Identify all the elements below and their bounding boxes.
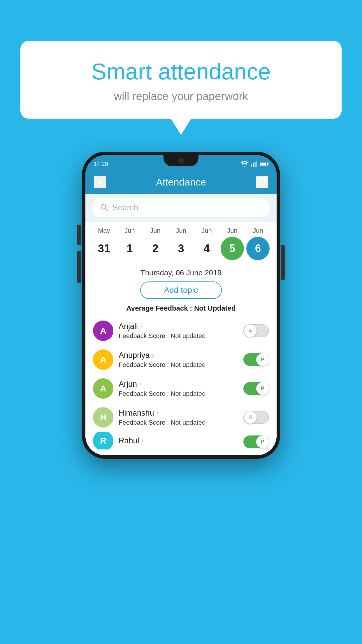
chevron-right-icon: › — [139, 380, 141, 388]
student-name-anjali: Anjali › — [119, 322, 238, 331]
add-topic-button[interactable]: Add topic — [140, 281, 222, 299]
feedback-score-himanshu: Feedback Score : Not updated — [119, 419, 238, 426]
speech-bubble-subtitle: will replace your paperwork — [44, 90, 318, 103]
student-item-himanshu: H Himanshu › Feedback Score : Not update… — [88, 403, 274, 432]
cal-date-4: 4 — [195, 237, 218, 260]
phone-screen: 14:29 — [85, 155, 277, 455]
selected-date-label: Thursday, 06 June 2019 — [85, 263, 277, 281]
volume-down-button — [77, 251, 81, 283]
search-icon — [100, 204, 108, 212]
volume-up-button — [77, 225, 81, 245]
student-info-arjun[interactable]: Arjun › Feedback Score : Not updated — [119, 380, 238, 398]
close-button[interactable] — [94, 176, 106, 188]
toggle-knob-anupriya: P — [256, 353, 269, 366]
svg-rect-6 — [260, 163, 266, 165]
cal-day-4[interactable]: 4 — [195, 237, 218, 260]
attendance-toggle-anupriya[interactable]: P — [243, 353, 269, 366]
svg-rect-14 — [261, 182, 263, 183]
calendar-dates-row: 31 1 2 3 4 — [91, 237, 271, 260]
speech-bubble-arrow — [171, 119, 191, 135]
toggle-knob-arjun: P — [256, 382, 269, 395]
status-icons — [240, 161, 268, 167]
status-time: 14:29 — [94, 161, 108, 167]
student-name-himanshu: Himanshu › — [119, 409, 238, 418]
cal-date-5: 5 — [221, 237, 244, 260]
cal-month-5: Jun — [221, 227, 244, 235]
cal-date-3: 3 — [169, 237, 193, 260]
student-name-arjun: Arjun › — [119, 380, 238, 389]
cal-month-2: Jun — [144, 227, 167, 235]
attendance-toggle-anjali[interactable]: A — [243, 324, 269, 337]
calendar-months-row: May Jun Jun Jun Jun Jun Jun — [91, 227, 271, 235]
student-info-anjali[interactable]: Anjali › Feedback Score : Not updated — [119, 322, 238, 340]
student-list: A Anjali › Feedback Score : Not updated — [85, 316, 277, 449]
cal-date-2: 2 — [144, 237, 167, 260]
search-container: Search — [85, 194, 277, 222]
chevron-right-icon: › — [140, 323, 142, 330]
background: Smart attendance will replace your paper… — [0, 0, 362, 644]
svg-rect-1 — [253, 163, 254, 167]
cal-date-1: 1 — [118, 237, 141, 260]
cal-month-0: May — [92, 227, 116, 235]
svg-rect-15 — [264, 182, 265, 183]
student-info-anupriya[interactable]: Anupriya › Feedback Score : Not updated — [119, 351, 238, 369]
chevron-right-icon: › — [152, 351, 154, 359]
search-placeholder: Search — [113, 203, 138, 212]
cal-day-0[interactable]: 31 — [92, 237, 116, 260]
signal-icon — [251, 161, 257, 167]
avg-feedback-value: Not Updated — [194, 304, 236, 312]
attendance-toggle-rahul[interactable]: P — [243, 435, 269, 448]
battery-icon — [260, 162, 268, 166]
speech-bubble-title: Smart attendance — [44, 58, 318, 85]
attendance-toggle-himanshu[interactable]: A — [243, 411, 269, 424]
svg-rect-17 — [261, 184, 263, 185]
cal-day-3[interactable]: 3 — [169, 237, 193, 260]
cal-day-6[interactable]: 6 — [246, 237, 270, 260]
cal-month-4: Jun — [195, 227, 218, 235]
toggle-knob-himanshu: A — [244, 411, 257, 424]
student-name-anupriya: Anupriya › — [119, 351, 238, 360]
power-button — [281, 245, 285, 280]
attendance-toggle-arjun[interactable]: P — [243, 382, 269, 395]
chevron-right-icon: › — [142, 437, 144, 444]
speech-bubble-container: Smart attendance will replace your paper… — [20, 41, 342, 135]
content-area: Thursday, 06 June 2019 Add topic Average… — [85, 263, 277, 455]
cal-day-5[interactable]: 5 — [221, 237, 244, 260]
cal-day-1[interactable]: 1 — [118, 237, 141, 260]
student-name-rahul: Rahul › — [119, 436, 238, 445]
student-item-rahul: R Rahul › P — [88, 432, 274, 449]
svg-rect-3 — [256, 161, 257, 167]
chevron-right-icon: › — [157, 409, 159, 417]
cal-day-2[interactable]: 2 — [144, 237, 167, 260]
student-item-anupriya: A Anupriya › Feedback Score : Not update… — [88, 345, 274, 374]
app-bar-title: Attendance — [156, 176, 206, 188]
phone-frame: 14:29 — [82, 152, 280, 459]
avatar-rahul: R — [93, 432, 113, 449]
toggle-knob-anjali: A — [244, 324, 257, 337]
svg-rect-5 — [267, 163, 268, 165]
app-bar: Attendance — [85, 170, 277, 194]
speech-bubble: Smart attendance will replace your paper… — [20, 41, 342, 119]
svg-rect-16 — [259, 184, 261, 185]
cal-month-1: Jun — [118, 227, 141, 235]
svg-point-18 — [101, 204, 106, 209]
student-info-rahul[interactable]: Rahul › — [119, 436, 238, 445]
cal-month-6: Jun — [246, 227, 270, 235]
wifi-icon — [240, 161, 249, 167]
calendar-button[interactable] — [256, 176, 268, 188]
svg-rect-0 — [251, 164, 252, 167]
feedback-score-anupriya: Feedback Score : Not updated — [119, 361, 238, 369]
avg-feedback-prefix: Average Feedback : — [126, 304, 194, 312]
student-info-himanshu[interactable]: Himanshu › Feedback Score : Not updated — [119, 409, 238, 426]
svg-line-19 — [105, 209, 108, 211]
avatar-anupriya: A — [93, 349, 113, 370]
avatar-arjun: A — [93, 378, 113, 399]
student-item-anjali: A Anjali › Feedback Score : Not updated — [88, 316, 274, 345]
avatar-anjali: A — [93, 321, 113, 341]
feedback-score-arjun: Feedback Score : Not updated — [119, 390, 238, 398]
avatar-himanshu: H — [93, 407, 113, 428]
cal-date-6: 6 — [246, 237, 270, 260]
search-bar[interactable]: Search — [92, 198, 270, 218]
cal-date-0: 31 — [92, 237, 116, 260]
toggle-knob-rahul: P — [256, 435, 269, 448]
